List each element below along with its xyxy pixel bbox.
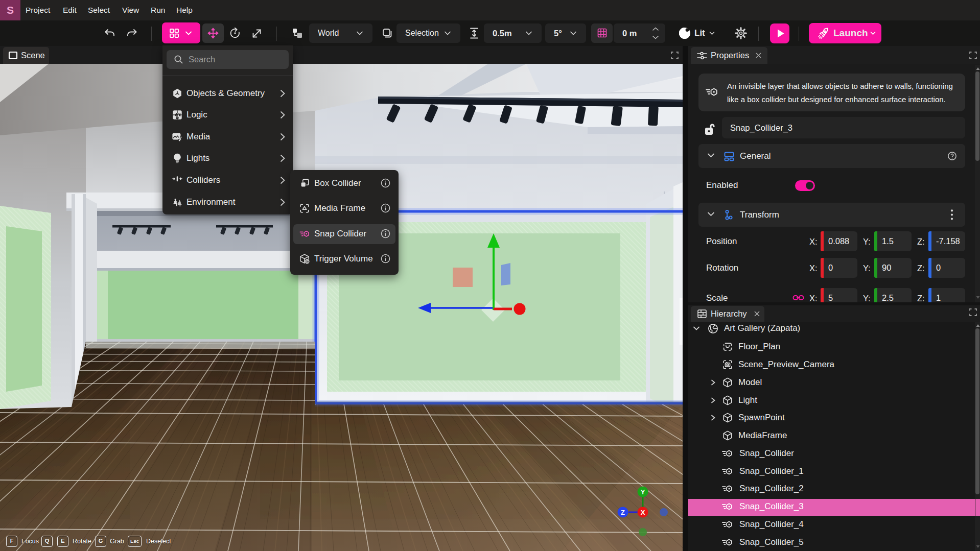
svg-text:X: X <box>641 509 645 516</box>
svg-text:Z: Z <box>621 509 625 516</box>
svg-text:Y: Y <box>641 488 645 496</box>
